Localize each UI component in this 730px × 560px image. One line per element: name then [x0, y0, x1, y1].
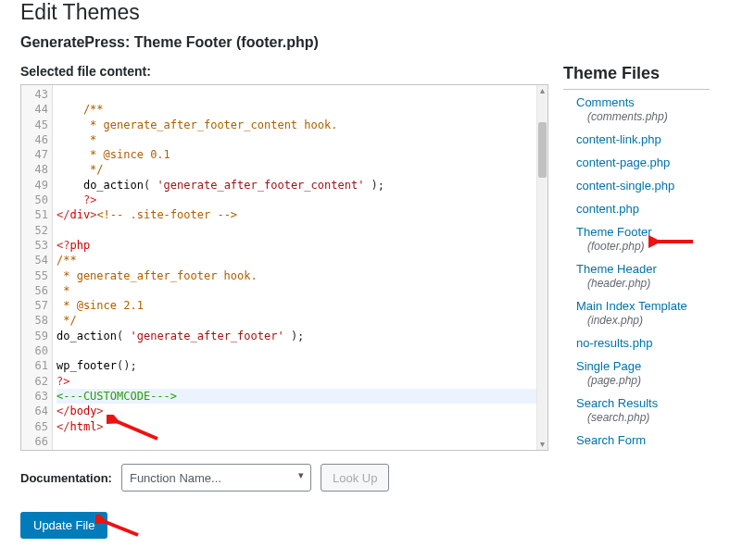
theme-file-link[interactable]: content.php	[576, 202, 710, 216]
theme-files-heading: Theme Files	[563, 64, 710, 83]
theme-file-item[interactable]: content-single.php	[563, 175, 710, 198]
theme-file-filename: (comments.php)	[576, 110, 710, 123]
line-gutter: 4344454647484950515253545556575859606162…	[21, 85, 53, 450]
page-title: Edit Themes	[20, 0, 710, 25]
theme-file-link[interactable]: Search Form	[576, 433, 710, 447]
theme-file-link[interactable]: no-results.php	[576, 336, 710, 350]
theme-file-item[interactable]: Main Index Template(index.php)	[563, 295, 710, 332]
theme-file-link[interactable]: content-page.php	[576, 156, 710, 169]
theme-file-link[interactable]: Single Page	[576, 359, 641, 373]
code-area[interactable]: /** * generate_after_footer_content hook…	[53, 85, 548, 450]
function-name-select[interactable]: Function Name...	[121, 464, 311, 492]
editor-scrollbar[interactable]: ▴ ▾	[536, 85, 548, 450]
theme-file-item[interactable]: Comments(comments.php)	[563, 92, 710, 129]
theme-file-link[interactable]: Comments	[576, 95, 635, 109]
theme-file-link[interactable]: Search Results	[576, 396, 658, 410]
theme-file-item[interactable]: Search Results(search.php)	[563, 392, 710, 429]
update-file-button[interactable]: Update File	[20, 512, 107, 539]
lookup-button: Look Up	[321, 464, 389, 492]
theme-file-item[interactable]: no-results.php	[563, 332, 710, 355]
theme-file-filename: (search.php)	[576, 411, 710, 424]
theme-file-link[interactable]: Theme Footer	[576, 225, 652, 239]
theme-file-item[interactable]: content.php	[563, 198, 710, 221]
theme-file-filename: (footer.php)	[576, 240, 710, 253]
theme-file-item[interactable]: content-page.php	[563, 152, 710, 175]
theme-file-item[interactable]: content-link.php	[563, 129, 710, 152]
theme-file-link[interactable]: Main Index Template	[576, 299, 687, 313]
code-editor[interactable]: 4344454647484950515253545556575859606162…	[20, 84, 548, 451]
documentation-label: Documentation:	[20, 471, 112, 485]
scroll-thumb[interactable]	[538, 122, 547, 178]
selected-file-label: Selected file content:	[20, 64, 548, 79]
theme-file-item[interactable]: Theme Footer(footer.php)	[563, 221, 710, 258]
theme-file-link[interactable]: content-single.php	[576, 179, 710, 193]
theme-file-filename: (index.php)	[576, 314, 710, 327]
theme-file-item[interactable]: Single Page(page.php)	[563, 355, 710, 392]
scroll-down-icon[interactable]: ▾	[537, 439, 548, 450]
theme-file-item[interactable]: Search Form	[563, 429, 710, 453]
theme-file-item[interactable]: Theme Header(header.php)	[563, 258, 710, 295]
theme-files-list: Comments(comments.php)content-link.phpco…	[563, 89, 710, 453]
scroll-up-icon[interactable]: ▴	[537, 85, 548, 96]
theme-file-filename: (page.php)	[576, 374, 710, 387]
theme-file-link[interactable]: Theme Header	[576, 262, 657, 276]
theme-file-filename: (header.php)	[576, 277, 710, 290]
theme-file-heading: GeneratePress: Theme Footer (footer.php)	[20, 34, 710, 51]
theme-file-link[interactable]: content-link.php	[576, 132, 710, 146]
